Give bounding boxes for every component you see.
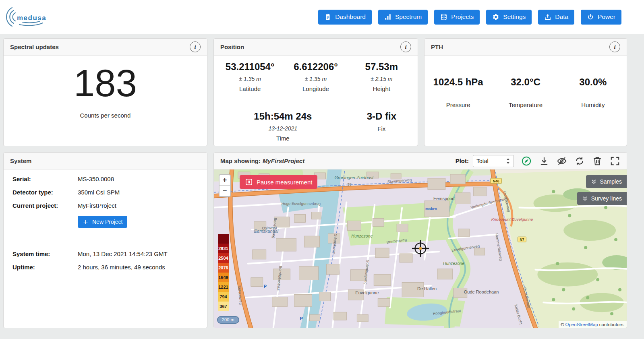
fix-value: 3-D fix [349,111,414,122]
height-label: Height [349,85,414,92]
attribution-text: contributors. [599,322,625,327]
map-toolbar: Plot: Total [456,155,620,167]
map-label: N7 [520,238,524,242]
delete-button[interactable] [592,156,603,166]
zoom-control: + − [219,174,231,197]
info-icon[interactable] [400,41,411,52]
temperature-metric: 32.0°C Temperature [492,76,559,146]
temperature-value: 32.0°C [492,76,559,88]
spectral-updates-card: Spectral updates 183 Counts per second [3,38,207,146]
samples-button[interactable]: Samples [586,175,627,188]
legend-cell: 794 [218,292,229,302]
system-time-label: System time: [12,250,78,258]
copyright-symbol: © [561,322,564,327]
clipboard-icon [324,13,331,21]
height-value: 57.53m [349,61,414,72]
download-button[interactable] [539,156,549,166]
info-icon[interactable] [190,41,201,52]
pause-button-label: Pause measurement [257,179,312,186]
survey-lines-button[interactable]: Survey lines [577,192,627,205]
latitude-error: ± 1.35 m [217,76,283,82]
center-position-button[interactable] [521,156,532,166]
system-card: System Serial: MS-350.0008 Detector type… [3,152,207,328]
detector-type-row: Detector type: 350ml CsI SPM [12,188,198,196]
refresh-button[interactable] [574,156,585,166]
serial-value: MS-350.0008 [78,175,114,183]
legend-cell: 2076 [218,263,229,273]
download-icon [539,156,549,166]
map[interactable]: Groningen-Zuidoost 38 Hoge Euvelgunnerbr… [214,170,627,328]
longitude-metric: 6.612206° ± 1.35 m Longitude [283,61,348,96]
info-icon[interactable] [609,41,620,52]
map-canvas[interactable]: Groningen-Zuidoost 38 Hoge Euvelgunnerbr… [214,170,627,328]
map-label: Eemspoort [433,196,455,201]
legend-cell: 1221 [218,282,229,292]
system-time-value: Mon, 13 Dec 2021 14:54:23 GMT [78,250,168,258]
spectral-card-title: Spectral updates [10,43,59,50]
nav-power-button[interactable]: Power [581,10,621,25]
parking-icon: P [300,316,303,321]
compass-icon [521,156,532,166]
app-header: medusa Dashboard Spectrum Projects [0,0,644,34]
osm-link[interactable]: OpenStreetMap [565,322,598,327]
survey-lines-button-label: Survey lines [591,195,622,202]
new-project-button-label: New Project [92,219,122,225]
uptime-row: Uptime: 2 hours, 36 minutes, 49 seconds [12,263,198,271]
pause-measurement-button[interactable]: Pause measurement [240,175,317,189]
map-label: 38 [347,182,352,186]
pth-card-header: PTH [425,39,627,56]
position-card-title: Position [220,43,244,50]
new-project-button[interactable]: New Project [78,216,127,228]
double-chevron-down-icon [591,179,597,185]
latitude-value: 53.211054° [217,61,283,72]
position-card-body: 53.211054° ± 1.35 m Latitude 6.612206° ±… [214,56,418,146]
legend-cell [218,234,229,244]
map-label: Oude Roodehaan [464,289,499,294]
nav-label: Data [555,13,568,21]
longitude-value: 6.612206° [283,61,348,72]
nav-projects-button[interactable]: Projects [434,10,480,25]
brand-logo: medusa [6,4,51,29]
gear-icon [492,13,499,21]
hide-layers-button[interactable] [557,156,567,166]
map-label: Makro [425,207,437,211]
humidity-metric: 30.0% Humidity [559,76,627,146]
position-card: Position 53.211054° ± 1.35 m Latitude 6.… [213,38,418,146]
power-icon [587,13,594,21]
humidity-value: 30.0% [559,76,627,88]
pressure-value: 1024.5 hPa [425,76,492,88]
plot-select[interactable]: Total [473,155,514,167]
map-attribution: © OpenStreetMap contributors. [559,321,627,328]
nav-data-button[interactable]: Data [538,10,574,25]
nav-settings-button[interactable]: Settings [486,10,532,25]
double-chevron-down-icon [582,196,588,202]
eye-off-icon [557,156,567,166]
system-time-row: System time: Mon, 13 Dec 2021 14:54:23 G… [12,250,198,258]
map-label: Groningen-Zuidoost [334,175,374,180]
dashboard-grid: Spectral updates 183 Counts per second P… [0,34,644,328]
trash-icon [592,156,603,166]
fullscreen-icon [610,156,620,166]
nav-spectrum-button[interactable]: Spectrum [378,10,428,25]
plus-icon [83,219,89,225]
spectral-card-header: Spectral updates [4,39,207,56]
longitude-label: Longitude [283,85,348,92]
pth-card: PTH 1024.5 hPa Pressure 32.0°C Temperatu… [424,38,627,146]
zoom-out-button[interactable]: − [219,186,230,196]
zoom-in-button[interactable]: + [219,175,230,186]
height-error: ± 2.15 m [349,76,414,82]
detector-type-label: Detector type: [12,188,78,196]
counts-value: 183 [4,64,207,102]
nav-dashboard-button[interactable]: Dashboard [318,10,372,25]
bar-chart-icon [384,13,391,21]
map-label: Euvelgunne [355,290,379,295]
fix-metric: 3-D fix Fix [349,111,414,146]
nav-label: Spectrum [395,13,422,21]
medusa-logo-icon: medusa [6,4,51,29]
height-metric: 57.53m ± 2.15 m Height [349,61,414,96]
plot-select-value: Total [476,158,489,164]
spacer [12,228,198,250]
fullscreen-button[interactable] [610,156,620,166]
detector-type-value: 350ml CsI SPM [78,188,120,196]
pressure-metric: 1024.5 hPa Pressure [425,76,492,146]
